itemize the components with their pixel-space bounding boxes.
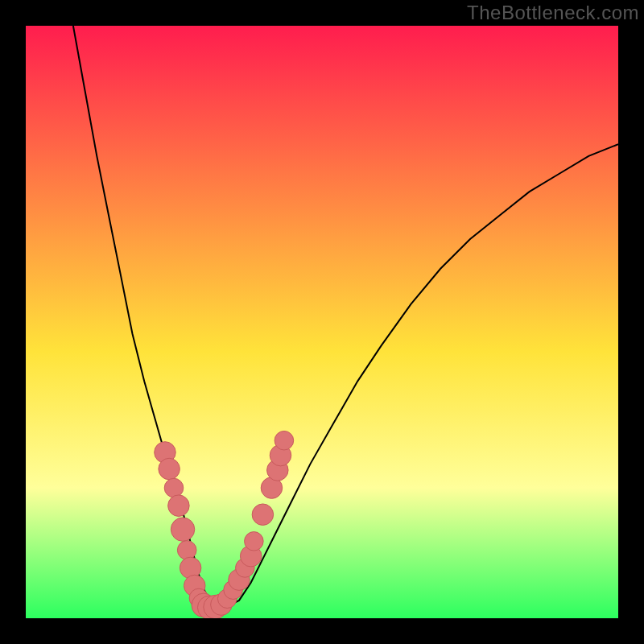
plot-area [26,26,618,618]
data-dot [245,532,264,551]
gradient-bg [26,26,618,618]
data-dot [164,478,184,497]
data-dot [177,541,196,560]
chart-svg [26,26,618,618]
data-dot [159,458,180,479]
data-dot [168,495,189,516]
attribution-text: TheBottleneck.com [467,3,639,23]
data-dot [275,431,294,450]
data-dot [252,504,273,525]
chart-frame: TheBottleneck.com [0,0,644,644]
data-dot [171,518,194,541]
